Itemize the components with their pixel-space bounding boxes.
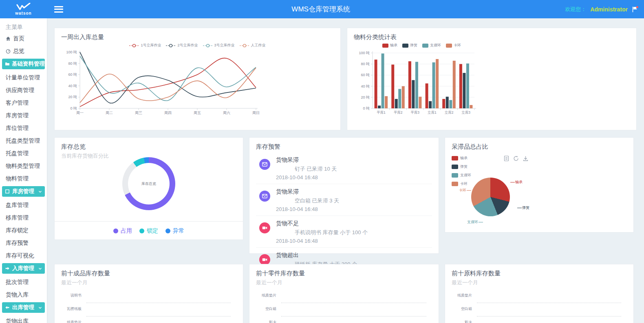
sidebar-item-16[interactable]: 库存预警 bbox=[0, 238, 47, 248]
sidebar-item-3[interactable]: 计量单位管理 bbox=[0, 73, 47, 83]
donut-legend-item[interactable]: 占用 bbox=[113, 227, 132, 235]
sidebar-item-19[interactable]: 批次管理 bbox=[0, 277, 47, 288]
sidebar-item-14[interactable]: 移库管理 bbox=[0, 213, 47, 223]
svg-text:周三: 周三 bbox=[135, 111, 142, 115]
sidebar-item-13[interactable]: 盘库管理 bbox=[0, 200, 47, 211]
sidebar-item-4[interactable]: 供应商管理 bbox=[0, 85, 47, 96]
legend-item[interactable]: 支撑环 bbox=[422, 43, 441, 48]
sidebar-item-label: 库存锁定 bbox=[6, 227, 29, 234]
svg-text:周四: 周四 bbox=[164, 111, 172, 115]
sidebar-item-label: 盘库管理 bbox=[6, 202, 29, 209]
svg-text:立库3: 立库3 bbox=[461, 110, 470, 114]
card-stagnant-share: 呆滞品总占比 轴承弹簧支撑环卡环 轴承弹簧支撑环卡环 bbox=[445, 137, 634, 233]
legend-item[interactable]: 2号立库作业 bbox=[166, 43, 198, 48]
top-parts-bar-chart: 纸质垫片空白箱彩卡说明书 bbox=[256, 293, 432, 323]
card-top-finished-goods: 前十成品库存数量 最近一个月 说明书瓦楞纸板纸质垫片空白箱 bbox=[54, 264, 243, 323]
alert-timestamp: 2018-10-04 16:48 bbox=[276, 174, 432, 180]
pie-slice-label: 支撑环 bbox=[467, 220, 483, 225]
alert-type: 货物呆滞 bbox=[276, 188, 432, 196]
sidebar-item-12[interactable]: 库房管理 bbox=[2, 186, 45, 197]
sidebar-item-9[interactable]: 托盘管理 bbox=[0, 148, 47, 159]
sidebar-item-10[interactable]: 物料类型管理 bbox=[0, 161, 47, 171]
donut-legend-item[interactable]: 异常 bbox=[165, 227, 184, 235]
notification-flag-icon[interactable] bbox=[632, 6, 638, 13]
sidebar-item-label: 客户管理 bbox=[6, 99, 29, 107]
sidebar-item-8[interactable]: 托盘类型管理 bbox=[0, 136, 47, 146]
sidebar-item-2[interactable]: 基础资料管理 bbox=[2, 59, 45, 69]
sidebar-item-0[interactable]: 首页 bbox=[0, 33, 47, 44]
data-view-icon[interactable] bbox=[504, 156, 509, 161]
legend-item[interactable]: 卡环 bbox=[446, 43, 461, 48]
sidebar-item-11[interactable]: 物料管理 bbox=[0, 174, 47, 184]
overview-icon bbox=[6, 49, 11, 54]
svg-text:0 吨: 0 吨 bbox=[70, 106, 77, 110]
card-title: 前十成品库存数量 bbox=[61, 270, 236, 277]
svg-text:周日: 周日 bbox=[252, 111, 260, 115]
material-bar-chart: 0 吨20 吨40 吨60 吨80 吨100 吨平库1平库2平库3立库1立库2立… bbox=[354, 48, 480, 121]
donut-legend-item[interactable]: 锁定 bbox=[139, 227, 158, 235]
sidebar-item-label: 入库管理 bbox=[12, 265, 34, 272]
menu-toggle-button[interactable] bbox=[54, 6, 63, 13]
sidebar-section-label: 主菜单 bbox=[0, 18, 47, 33]
hbar-category-label: 空白箱 bbox=[256, 306, 279, 312]
download-icon[interactable] bbox=[523, 156, 528, 161]
sidebar-item-1[interactable]: 总览 bbox=[0, 46, 47, 57]
svg-text:40 吨: 40 吨 bbox=[68, 84, 77, 88]
legend-item[interactable]: 1号立库作业 bbox=[129, 43, 161, 48]
pie-legend-item[interactable]: 轴承 bbox=[452, 156, 471, 161]
sidebar-item-6[interactable]: 库房管理 bbox=[0, 110, 47, 121]
inventory-donut-chart: 库存总览 bbox=[122, 157, 175, 210]
sidebar-item-5[interactable]: 客户管理 bbox=[0, 98, 47, 108]
pie-legend-item[interactable]: 弹簧 bbox=[452, 164, 471, 169]
svg-text:40 吨: 40 吨 bbox=[361, 84, 370, 88]
folder-icon bbox=[5, 62, 10, 66]
sidebar-item-17[interactable]: 库存可视化 bbox=[0, 250, 47, 261]
hbar-category-label: 彩卡 bbox=[256, 320, 279, 323]
camera-icon bbox=[259, 222, 270, 233]
svg-text:周二: 周二 bbox=[106, 111, 113, 115]
sidebar-item-20[interactable]: 货物入库 bbox=[0, 290, 47, 300]
hbar-row: 纸质垫片 bbox=[452, 293, 627, 306]
card-title: 前十零件库存数量 bbox=[256, 270, 432, 277]
legend-item[interactable]: 轴承 bbox=[382, 43, 397, 48]
alert-list: 货物呆滞钉子 已呆滞 10 天2018-10-04 16:48货物呆滞空白箱 已… bbox=[256, 152, 432, 279]
legend-item[interactable]: 弹簧 bbox=[402, 43, 417, 48]
chart-toolbox bbox=[504, 156, 528, 161]
material-chart-legend: 轴承弹簧支撑环卡环 bbox=[382, 43, 630, 48]
sidebar-item-label: 库房管理 bbox=[12, 188, 34, 195]
sidebar-item-22[interactable]: 货物出库 bbox=[0, 316, 47, 323]
alert-row: 货物呆滞空白箱 已呆滞 3 天2018-10-04 16:48 bbox=[256, 184, 432, 216]
sidebar-item-label: 托盘类型管理 bbox=[6, 137, 40, 145]
card-weekly-inout-total: 一周出入库总量 1号立库作业2号立库作业3号立库作业人工作业 0 吨20 吨40… bbox=[54, 28, 341, 130]
alert-type: 货物不足 bbox=[276, 220, 432, 227]
restore-icon[interactable] bbox=[513, 156, 519, 161]
sidebar-item-label: 供应商管理 bbox=[6, 87, 34, 94]
svg-text:平库2: 平库2 bbox=[394, 110, 403, 114]
top-raw-bar-chart: 纸质垫片空白箱彩卡说明书 bbox=[452, 293, 627, 323]
svg-text:20 吨: 20 吨 bbox=[361, 95, 370, 99]
main-content: 一周出入库总量 1号立库作业2号立库作业3号立库作业人工作业 0 吨20 吨40… bbox=[47, 18, 644, 323]
sidebar-item-18[interactable]: 入库管理 bbox=[2, 263, 45, 274]
alert-timestamp: 2018-10-04 16:48 bbox=[276, 206, 432, 212]
alert-description: 空白箱 已呆滞 3 天 bbox=[295, 197, 432, 204]
page-title: WMS仓库管理系统 bbox=[291, 4, 350, 14]
home-icon bbox=[6, 36, 11, 41]
hbar-category-label: 说明书 bbox=[61, 293, 84, 298]
sidebar-menu: 首页总览基础资料管理计量单位管理供应商管理客户管理库房管理库位管理托盘类型管理托… bbox=[0, 33, 47, 323]
current-username[interactable]: Administrator bbox=[590, 6, 628, 13]
card-inventory-overview: 库存总览 当前库存货物百分比 库存总览 占用锁定异常 bbox=[54, 137, 243, 240]
legend-item[interactable]: 3号立库作业 bbox=[203, 43, 235, 48]
alert-description: 手机说明书 库存量 小于 100 个 bbox=[295, 229, 432, 236]
sidebar-item-21[interactable]: 出库管理 bbox=[2, 302, 45, 313]
mail-icon bbox=[259, 159, 270, 170]
alert-row: 货物不足手机说明书 库存量 小于 100 个2018-10-04 16:48 bbox=[256, 216, 432, 248]
card-subtitle: 最近一个月 bbox=[452, 279, 627, 286]
sidebar-item-7[interactable]: 库位管理 bbox=[0, 123, 47, 134]
card-top-raw-materials: 前十原料库存数量 最近一个月 纸质垫片空白箱彩卡说明书 bbox=[445, 264, 634, 323]
app-logo: watson bbox=[0, 0, 47, 18]
welcome-label: 欢迎您： bbox=[565, 6, 586, 13]
sidebar-item-label: 库存预警 bbox=[6, 240, 29, 247]
sidebar-item-15[interactable]: 库存锁定 bbox=[0, 225, 47, 236]
legend-item[interactable]: 人工作业 bbox=[240, 43, 266, 48]
svg-text:平库1: 平库1 bbox=[377, 110, 386, 114]
